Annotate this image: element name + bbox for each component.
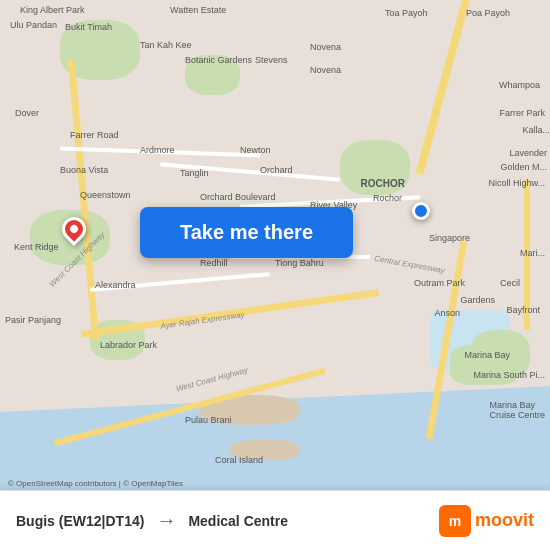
- moovit-logo: m moovit: [439, 505, 534, 537]
- route-to: Medical Centre: [188, 513, 288, 529]
- pin-inner: [68, 223, 79, 234]
- island-coral: [230, 440, 300, 460]
- road-nicoll: [524, 180, 530, 330]
- map-container: King Albert Park Bukit Timah Watten Esta…: [0, 0, 550, 490]
- origin-marker: [62, 217, 86, 241]
- take-me-there-button[interactable]: Take me there: [140, 207, 353, 258]
- route-from: Bugis (EW12|DT14): [16, 513, 144, 529]
- pin-body: [57, 212, 91, 246]
- moovit-icon: m: [439, 505, 471, 537]
- park-botanic-gardens: [185, 55, 240, 95]
- route-arrow-icon: →: [156, 509, 176, 532]
- bottom-bar: Bugis (EW12|DT14) → Medical Centre m moo…: [0, 490, 550, 550]
- moovit-text: moovit: [475, 510, 534, 531]
- park-central: [340, 140, 410, 195]
- map-attribution: © OpenStreetMap contributors | © OpenMap…: [8, 479, 183, 488]
- park-marina-south: [450, 345, 520, 385]
- destination-marker: [412, 202, 430, 220]
